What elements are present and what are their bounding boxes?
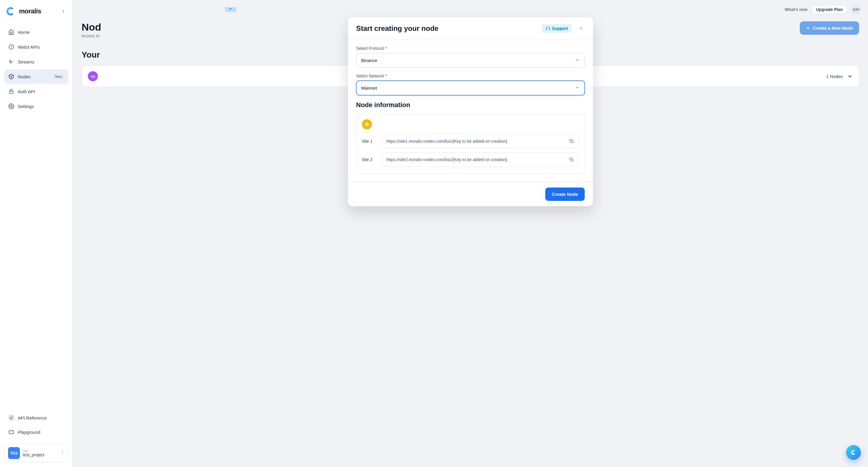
sidebar-item-playground[interactable]: Playground: [4, 425, 68, 439]
node-info-card: Site 1 https://site1.moralis-nodes.com/b…: [356, 114, 585, 174]
protocol-value: Binance: [361, 58, 377, 63]
gear-icon: [8, 103, 14, 109]
project-avatar: TES: [8, 447, 20, 459]
sidebar-item-label: Playground: [18, 430, 40, 435]
chevron-down-icon: [575, 85, 580, 91]
create-node-modal: Start creating your node Support Select …: [348, 17, 593, 206]
sidebar-item-streams[interactable]: Streams: [4, 55, 68, 69]
node-info-title: Node information: [356, 101, 585, 109]
sidebar-item-label: Web3 APIs: [18, 44, 40, 50]
network-value: Mainnet: [361, 86, 377, 91]
sidebar-item-label: API Reference: [18, 415, 47, 421]
binance-icon: [362, 119, 372, 129]
streams-icon: [8, 59, 14, 65]
main-content: What's new Upgrade Plan DAV Nod Access t…: [73, 0, 868, 467]
sidebar-item-label: Streams: [18, 59, 34, 64]
sidebar-item-label: Auth API: [18, 89, 35, 94]
brand-name: moralis: [19, 7, 41, 15]
sidebar-item-home[interactable]: Home: [4, 25, 68, 39]
svg-rect-12: [571, 159, 573, 161]
sidebar-item-settings[interactable]: Settings: [4, 99, 68, 113]
svg-point-5: [11, 417, 12, 418]
site-2-url-box: https://site2.moralis-nodes.com/bsc/{Key…: [382, 153, 579, 167]
project-eyebrow: xxx: [23, 449, 57, 453]
support-button[interactable]: Support: [542, 24, 571, 33]
whats-new-link[interactable]: What's new: [785, 7, 807, 12]
site-1-url: https://site1.moralis-nodes.com/bsc/{Key…: [386, 139, 566, 144]
svg-point-4: [11, 105, 12, 107]
code-icon: 3: [8, 44, 14, 50]
moralis-fab-icon: [849, 448, 857, 456]
protocol-select[interactable]: Binance: [356, 53, 585, 68]
upgrade-plan-button[interactable]: Upgrade Plan: [812, 5, 847, 14]
plus-icon: [806, 26, 810, 31]
logo[interactable]: moralis: [5, 5, 57, 17]
copy-icon: [569, 157, 574, 162]
polygon-chain-icon: [88, 71, 98, 81]
new-badge: New: [53, 74, 64, 79]
sidebar-collapse-button[interactable]: [59, 7, 68, 15]
svg-rect-11: [571, 141, 573, 143]
modal-title: Start creating your node: [356, 24, 542, 33]
playground-icon: [8, 429, 14, 435]
site-2-url: https://site2.moralis-nodes.com/bsc/{Key…: [386, 157, 566, 162]
sidebar-item-web3-apis[interactable]: 3 Web3 APIs: [4, 40, 68, 54]
site-1-label: Site 1: [362, 139, 377, 144]
cube-icon: [8, 73, 14, 80]
headset-icon: [546, 26, 550, 31]
moralis-logo-icon: [5, 5, 17, 17]
copy-site-2-button[interactable]: [569, 157, 575, 163]
home-icon: [8, 29, 14, 35]
svg-rect-3: [9, 91, 13, 93]
chevron-down-icon: [847, 73, 853, 79]
flag-tab[interactable]: [225, 7, 237, 12]
svg-text:3: 3: [11, 45, 12, 49]
modal-close-button[interactable]: [578, 25, 585, 32]
copy-site-1-button[interactable]: [569, 138, 575, 144]
sidebar-item-label: Home: [18, 30, 30, 35]
lock-icon: [8, 88, 14, 94]
sidebar-item-auth-api[interactable]: Auth API: [4, 84, 68, 98]
site-1-url-box: https://site1.moralis-nodes.com/bsc/{Key…: [382, 134, 579, 148]
project-name: test_project: [23, 453, 57, 457]
chevron-left-icon: [61, 9, 66, 13]
gear-icon: [8, 415, 14, 421]
network-select[interactable]: Mainnet: [356, 81, 585, 95]
confirm-create-node-button[interactable]: Create Node: [545, 188, 584, 201]
flag-icon: [229, 8, 232, 11]
close-icon: [579, 26, 583, 31]
svg-rect-6: [9, 431, 13, 434]
protocol-label: Select Protocol *: [356, 46, 585, 51]
node-count: 1 Nodes: [826, 74, 843, 79]
chevron-right-icon: [60, 450, 64, 456]
copy-icon: [569, 139, 574, 144]
project-switcher[interactable]: TES xxx test_project: [4, 444, 68, 462]
sidebar-item-api-reference[interactable]: API Reference: [4, 411, 68, 425]
network-label: Select Network *: [356, 73, 585, 78]
chevron-down-icon: [575, 58, 580, 63]
site-2-label: Site 2: [362, 157, 377, 162]
user-avatar[interactable]: DAV: [851, 5, 861, 14]
create-node-button[interactable]: Create a New Node: [800, 21, 859, 35]
sidebar: moralis Home 3 Web3 APIs Streams Nodes: [0, 0, 73, 467]
sidebar-item-label: Settings: [18, 104, 34, 109]
sidebar-item-nodes[interactable]: Nodes New: [4, 69, 68, 84]
help-fab[interactable]: [846, 445, 861, 460]
sidebar-item-label: Nodes: [18, 74, 31, 79]
